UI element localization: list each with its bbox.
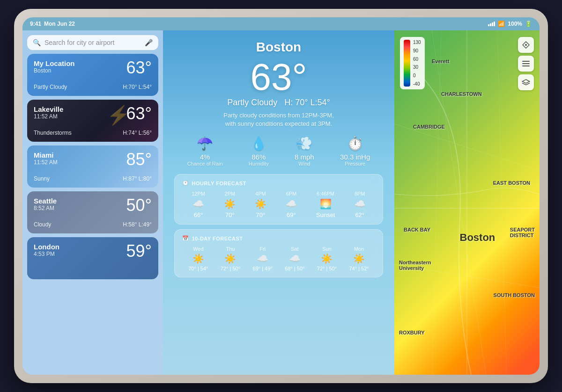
card-condition: Thunderstorms	[34, 130, 72, 136]
day-temps: 72° | 50°	[221, 266, 240, 271]
hour-time: 6:46PM	[317, 191, 334, 196]
rain-label: Chance of Rain	[187, 161, 223, 167]
rain-icon: ☂️	[197, 136, 213, 151]
day-name: Sat	[291, 246, 299, 252]
hour-item-sunset: 6:46PM 🌅 Sunset	[316, 191, 335, 218]
map-boston-label: Boston	[460, 232, 495, 244]
status-time: 9:41	[30, 21, 41, 27]
main-condition: Partly Cloudy H: 70° L:54°	[174, 98, 383, 108]
hour-item-6pm: 6PM ☁️ 69°	[285, 191, 297, 218]
map-label-everett: Everett	[432, 58, 449, 64]
pressure-icon: ⏱️	[347, 136, 363, 151]
wind-value: 8 mph	[295, 153, 314, 161]
temperature-legend: 130 90 60 30 0 -40	[400, 37, 425, 89]
card-top: My Location Boston 63°	[34, 59, 152, 76]
legend-value-minus40: -40	[413, 81, 421, 87]
day-icon: ☀️	[321, 253, 333, 264]
hour-temp: 66°	[194, 211, 203, 218]
daily-row: Wed ☀️ 70° | 54° Thu ☀️ 72° | 50° Fri ☁️	[182, 246, 375, 271]
sidebar: 🔍 Search for city or airport 🎤 My Locati…	[22, 30, 163, 375]
status-left: 9:41 Mon Jun 22	[30, 21, 75, 27]
search-input-placeholder[interactable]: Search for city or airport	[44, 39, 141, 46]
card-top: Miami 11:52 AM 85°	[34, 151, 152, 168]
day-item-wed: Wed ☀️ 70° | 54°	[188, 246, 208, 271]
card-temp: 59°	[126, 243, 152, 260]
main-content: 🔍 Search for city or airport 🎤 My Locati…	[22, 30, 540, 375]
wind-icon: 💨	[296, 136, 312, 151]
map-label-south-boston: SOUTH BOSTON	[494, 292, 535, 298]
day-name: Thu	[226, 246, 235, 252]
main-description: Party cloudy conditions from 12PM-3PM,wi…	[174, 111, 383, 128]
hour-icon: ☁️	[192, 198, 204, 210]
map-panel[interactable]: Everett CHARLESTOWN CAMBRIDGE EAST BOSTO…	[394, 30, 540, 375]
search-bar[interactable]: 🔍 Search for city or airport 🎤	[27, 35, 158, 50]
humidity-icon: 💧	[251, 136, 267, 151]
map-label-northeastern: NortheasternUniversity	[399, 260, 431, 271]
card-top: Seattle 8:52 AM 50°	[34, 197, 152, 214]
hour-temp: 70°	[225, 211, 235, 218]
hour-item-2pm: 2PM ☀️ 70°	[224, 191, 236, 218]
location-card-seattle[interactable]: Seattle 8:52 AM 50° Cloudy H:58° L:49°	[27, 191, 158, 233]
card-name: Seattle	[34, 197, 57, 205]
card-high-low: H:74° L:56°	[123, 130, 152, 136]
microphone-icon[interactable]: 🎤	[145, 39, 153, 46]
hour-icon: ☀️	[224, 198, 236, 210]
wifi-icon: 📶	[498, 21, 505, 27]
status-bar: 9:41 Mon Jun 22 📶 100% 🔋	[22, 17, 540, 30]
card-name: Miami	[34, 151, 58, 159]
main-temperature: 63°	[174, 57, 383, 98]
hour-time: 12PM	[192, 191, 205, 196]
day-icon: ☀️	[192, 253, 204, 264]
day-item-sat: Sat ☁️ 68° | 50°	[285, 246, 304, 271]
hour-time: 2PM	[225, 191, 236, 196]
day-icon: ☀️	[224, 253, 236, 264]
navigation-button[interactable]	[518, 37, 534, 53]
hour-time: 8PM	[355, 191, 365, 196]
stat-wind: 💨 8 mph Wind	[295, 136, 314, 167]
day-icon: ☁️	[289, 253, 301, 264]
card-top: Lakeville 11:52 AM 63°	[34, 105, 152, 122]
location-card-miami[interactable]: Miami 11:52 AM 85° Sunny H:87° L:80°	[27, 145, 158, 188]
center-panel: Boston 63° Partly Cloudy H: 70° L:54° Pa…	[163, 30, 394, 375]
signal-bar-4	[494, 22, 495, 26]
signal-bar-1	[488, 24, 489, 26]
card-subname: Boston	[34, 67, 75, 74]
clock-icon: 🕐	[182, 180, 189, 186]
legend-bar	[404, 40, 410, 87]
weather-stats: ☂️ 4% Chance of Rain 💧 86% Humidity 💨 8 …	[174, 136, 383, 167]
card-bottom: Thunderstorms H:74° L:56°	[34, 130, 152, 136]
signal-bars	[488, 22, 495, 26]
list-button[interactable]	[518, 56, 534, 72]
ipad-shell: 9:41 Mon Jun 22 📶 100% 🔋	[14, 9, 548, 383]
legend-value-90: 90	[413, 48, 421, 53]
card-bottom: Sunny H:87° L:80°	[34, 175, 152, 182]
humidity-label: Humidity	[249, 161, 269, 167]
day-temps: 68° | 50°	[285, 266, 304, 271]
map-label-charlestown: CHARLESTOWN	[441, 91, 482, 97]
humidity-value: 86%	[251, 153, 266, 161]
location-card-boston[interactable]: My Location Boston 63° Partly Cloudy H:7…	[27, 54, 158, 96]
location-card-london[interactable]: London 4:53 PM 59°	[27, 237, 158, 279]
wind-label: Wind	[298, 161, 310, 167]
card-time: 8:52 AM	[34, 205, 57, 211]
map-label-back-bay: BACK BAY	[404, 227, 430, 232]
signal-bar-3	[492, 22, 493, 26]
pressure-label: Pressure	[345, 161, 365, 167]
card-condition: Cloudy	[34, 221, 51, 228]
card-high-low: H:70° L:54°	[123, 84, 152, 90]
hourly-forecast-card: 🕐 HOURLY FORECAST 12PM ☁️ 66° 2PM ☀️ 70°	[174, 174, 383, 225]
hourly-forecast-header: 🕐 HOURLY FORECAST	[182, 180, 375, 186]
card-temp: 63°	[126, 59, 152, 76]
day-name: Fri	[259, 246, 266, 252]
card-time: 11:52 AM	[34, 159, 58, 166]
card-bottom: Cloudy H:58° L:49°	[34, 221, 152, 228]
layers-button[interactable]	[518, 74, 534, 90]
layers-icon	[522, 79, 530, 86]
map-label-roxbury: ROXBURY	[399, 330, 425, 335]
legend-value-0: 0	[413, 73, 421, 78]
location-card-lakeville[interactable]: ⚡ Lakeville 11:52 AM 63° Thunderstorms H…	[27, 100, 158, 142]
daily-forecast-header: 📅 10-DAY FORECAST	[182, 235, 375, 241]
map-background: Everett CHARLESTOWN CAMBRIDGE EAST BOSTO…	[394, 30, 540, 375]
day-item-sun: Sun ☀️ 72° | 50°	[317, 246, 337, 271]
day-temps: 74° | 52°	[349, 266, 369, 271]
